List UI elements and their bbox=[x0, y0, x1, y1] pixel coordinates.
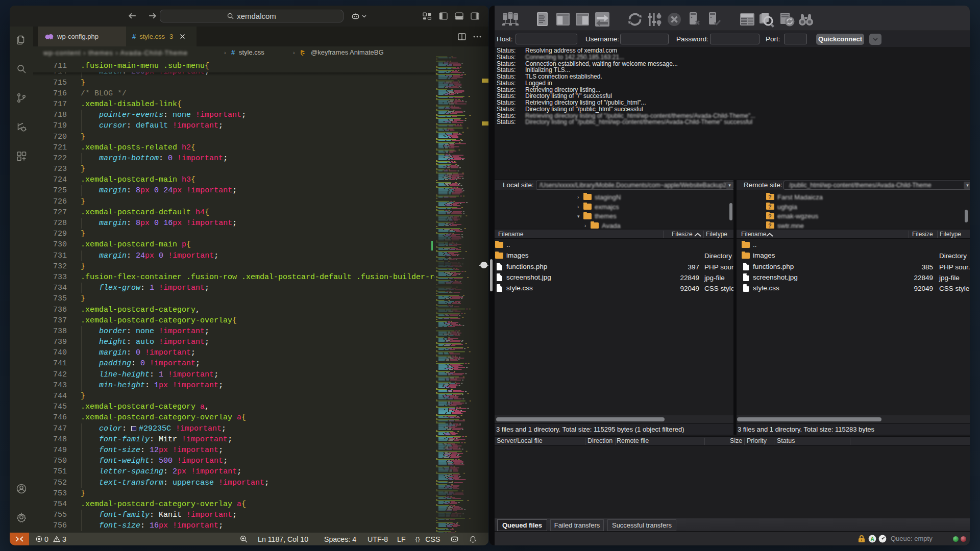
svg-text:A: A bbox=[870, 536, 874, 542]
